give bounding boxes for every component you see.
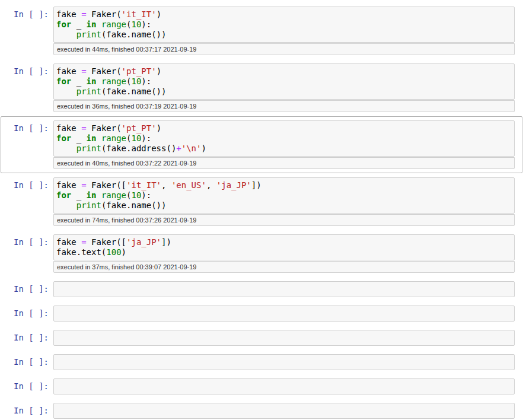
- input-prompt: In [ ]:: [1, 63, 53, 77]
- code-token: 'pt_PT': [122, 123, 157, 133]
- code-input[interactable]: [53, 306, 515, 322]
- code-token: ): [122, 247, 126, 257]
- code-token: in: [87, 20, 97, 29]
- code-token: 'it_IT': [122, 9, 157, 19]
- code-line: fake.text(100): [56, 247, 512, 257]
- code-token: print: [76, 144, 101, 153]
- execution-timing: executed in 74ms, finished 00:37:26 2021…: [53, 214, 515, 226]
- code-input[interactable]: [53, 354, 515, 370]
- code-line: [56, 381, 512, 392]
- code-input[interactable]: [53, 378, 515, 394]
- code-token: print: [76, 201, 101, 210]
- code-input[interactable]: fake = Faker('it_IT')for _ in range(10):…: [53, 7, 515, 43]
- code-token: 'ja_JP': [216, 180, 251, 190]
- code-token: ):: [141, 77, 151, 86]
- input-prompt: In [ ]:: [1, 306, 53, 319]
- code-line: fake = Faker('pt_PT'): [56, 66, 512, 77]
- code-line: fake = Faker(['ja_JP']): [56, 237, 512, 247]
- code-token: fake: [56, 9, 81, 19]
- notebook-cell[interactable]: In [ ]:: [1, 399, 522, 420]
- inner-cell: fake = Faker('pt_PT')for _ in range(10):…: [53, 63, 515, 112]
- code-line: print(fake.name()): [56, 201, 512, 211]
- code-token: ): [157, 9, 161, 19]
- execution-timing: executed in 36ms, finished 00:37:19 2021…: [53, 100, 515, 112]
- code-input[interactable]: [53, 330, 515, 346]
- code-token: [56, 201, 76, 210]
- notebook-cell[interactable]: In [ ]:fake = Faker('pt_PT')for _ in ran…: [1, 59, 522, 116]
- notebook-cell[interactable]: In [ ]:fake = Faker(['it_IT', 'en_US', '…: [1, 173, 522, 230]
- code-token: 'ja_JP': [126, 237, 161, 247]
- code-line: fake = Faker('it_IT'): [56, 9, 512, 20]
- code-token: (fake.name()): [101, 201, 167, 210]
- notebook-cell[interactable]: In [ ]:fake = Faker('pt_PT')for _ in ran…: [1, 116, 522, 173]
- code-token: print: [76, 30, 101, 39]
- code-line: for _ in range(10):: [56, 133, 512, 144]
- inner-cell: [53, 306, 515, 322]
- code-token: 10: [131, 20, 141, 29]
- code-token: Faker([: [87, 237, 126, 247]
- notebook-cell[interactable]: In [ ]:fake = Faker('it_IT')for _ in ran…: [1, 2, 522, 59]
- notebook-cell[interactable]: In [ ]:: [1, 277, 522, 301]
- code-token: print: [76, 87, 101, 96]
- code-input[interactable]: [53, 403, 515, 419]
- code-token: ): [157, 66, 161, 76]
- code-input[interactable]: fake = Faker(['ja_JP'])fake.text(100): [53, 234, 515, 260]
- code-token: ): [201, 144, 206, 153]
- code-token: ,: [206, 180, 216, 190]
- code-token: range: [101, 20, 126, 29]
- code-line: fake = Faker(['it_IT', 'en_US', 'ja_JP']…: [56, 180, 512, 190]
- code-token: Faker([: [87, 180, 126, 190]
- code-input[interactable]: [53, 281, 515, 297]
- inner-cell: [53, 281, 515, 297]
- input-prompt: In [ ]:: [1, 403, 53, 416]
- code-line: fake = Faker('pt_PT'): [56, 123, 512, 133]
- code-token: =: [81, 180, 86, 190]
- code-input[interactable]: fake = Faker(['it_IT', 'en_US', 'ja_JP']…: [53, 177, 515, 214]
- code-token: _: [71, 77, 86, 86]
- code-token: +: [176, 144, 181, 153]
- code-line: print(fake.name()): [56, 30, 512, 40]
- execution-timing: executed in 37ms, finished 00:39:07 2021…: [53, 261, 515, 273]
- code-input[interactable]: fake = Faker('pt_PT')for _ in range(10):…: [53, 63, 515, 100]
- code-token: =: [81, 123, 86, 133]
- code-token: '\n': [181, 144, 202, 153]
- code-line: for _ in range(10):: [56, 190, 512, 201]
- code-token: 'it_IT': [126, 180, 161, 190]
- notebook-cell[interactable]: In [ ]:: [1, 301, 522, 326]
- code-token: ):: [141, 190, 151, 200]
- notebook: In [ ]:fake = Faker('it_IT')for _ in ran…: [0, 0, 523, 420]
- code-token: fake: [56, 123, 81, 133]
- code-token: [96, 77, 101, 86]
- code-token: Faker(: [87, 123, 122, 133]
- code-token: fake: [56, 66, 81, 76]
- notebook-cell[interactable]: In [ ]:: [1, 350, 522, 374]
- inner-cell: fake = Faker(['ja_JP'])fake.text(100)exe…: [53, 234, 515, 273]
- code-token: [96, 190, 101, 200]
- code-token: ):: [141, 133, 151, 143]
- code-token: ]): [251, 180, 262, 190]
- code-token: 'en_US': [171, 180, 206, 190]
- code-line: [56, 357, 512, 367]
- code-token: in: [87, 77, 97, 86]
- inner-cell: [53, 403, 515, 419]
- code-token: (fake.address(): [101, 144, 176, 153]
- code-token: for: [56, 133, 71, 143]
- code-line: [56, 406, 512, 416]
- input-prompt: In [ ]:: [1, 177, 53, 190]
- notebook-cell[interactable]: In [ ]:: [1, 374, 522, 399]
- code-token: _: [71, 20, 86, 29]
- notebook-cell[interactable]: In [ ]:fake = Faker(['ja_JP'])fake.text(…: [1, 230, 522, 277]
- code-token: ,: [161, 180, 171, 190]
- code-token: (fake.name()): [101, 30, 167, 39]
- code-input[interactable]: fake = Faker('pt_PT')for _ in range(10):…: [53, 120, 515, 157]
- code-token: _: [71, 133, 86, 143]
- inner-cell: [53, 330, 515, 346]
- code-token: (fake.name()): [101, 87, 167, 96]
- code-token: [56, 144, 76, 153]
- notebook-cell[interactable]: In [ ]:: [1, 326, 522, 350]
- input-prompt: In [ ]:: [1, 120, 53, 133]
- input-prompt: In [ ]:: [1, 281, 53, 294]
- input-prompt: In [ ]:: [1, 234, 53, 247]
- code-token: Faker(: [87, 66, 122, 76]
- code-token: 10: [131, 77, 141, 86]
